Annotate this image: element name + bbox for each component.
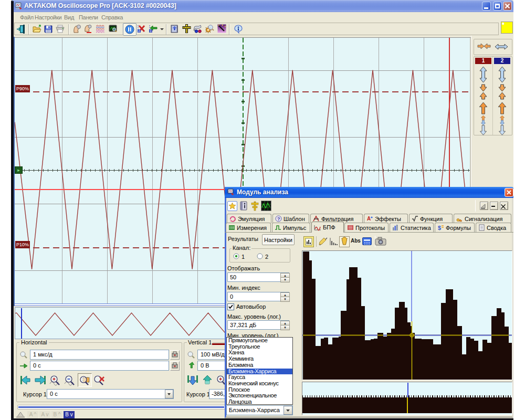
svg-text:?: ? [277,216,280,222]
svg-text:$: $ [438,225,441,231]
svg-text:A: A [367,216,371,222]
